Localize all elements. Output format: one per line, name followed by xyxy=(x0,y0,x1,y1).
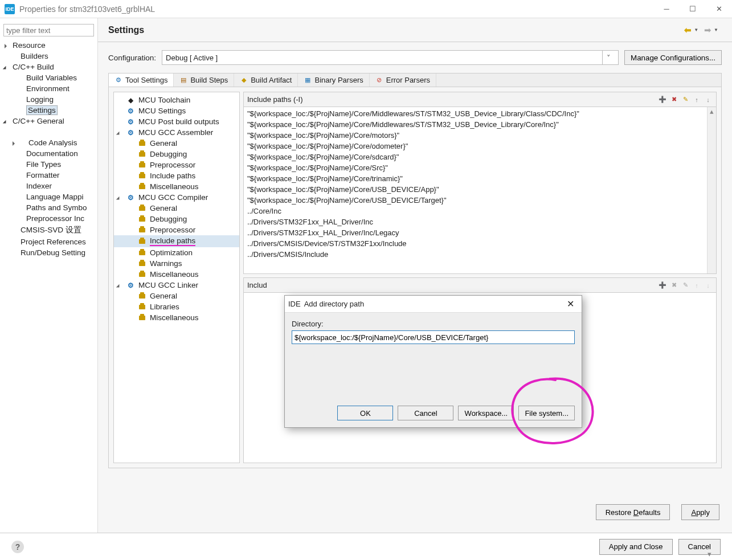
nav-resource[interactable]: Resource xyxy=(0,40,97,51)
nav-cc-build[interactable]: C/C++ Build xyxy=(0,62,97,72)
tree-asm-include-paths[interactable]: Include paths xyxy=(114,170,239,181)
tree-asm-general[interactable]: General xyxy=(114,138,239,149)
nav-language-mappings[interactable]: Language Mappi xyxy=(0,191,97,202)
tree-asm-preprocessor[interactable]: Preprocessor xyxy=(114,160,239,170)
nav-back-button[interactable]: ⬅ xyxy=(683,25,693,35)
nav-documentation[interactable]: Documentation xyxy=(0,148,97,159)
nav-forward-button[interactable]: ➡ xyxy=(703,25,713,35)
gear-icon: ⚙ xyxy=(126,117,135,126)
tree-gcc-assembler[interactable]: ⚙MCU GCC Assembler xyxy=(114,127,239,138)
configuration-select[interactable]: Debug [ Active ] ˅ xyxy=(162,50,619,65)
dialog-workspace-button[interactable]: Workspace... xyxy=(458,406,514,420)
nav-cmsis-svd[interactable]: CMSIS-SVD 设置 xyxy=(0,224,97,236)
tool-settings-tree[interactable]: ◆MCU Toolchain ⚙MCU Settings ⚙MCU Post b… xyxy=(113,92,240,463)
tree-gcc-compiler[interactable]: ⚙MCU GCC Compiler xyxy=(114,192,239,203)
tab-error-parsers[interactable]: ⊘Error Parsers xyxy=(370,73,436,87)
edit-icon[interactable]: ✎ xyxy=(681,95,690,104)
tree-comp-debugging[interactable]: Debugging xyxy=(114,214,239,224)
apply-button[interactable]: Apply xyxy=(681,504,719,520)
minimize-button[interactable]: ─ xyxy=(653,0,680,18)
manage-configurations-button[interactable]: Manage Configurations... xyxy=(624,50,722,65)
binary-icon: ▦ xyxy=(304,76,312,84)
directory-input[interactable] xyxy=(292,330,575,344)
list-item[interactable]: "${workspace_loc:/${ProjName}/Core/USB_D… xyxy=(247,184,704,195)
tab-build-steps[interactable]: ▤Build Steps xyxy=(174,73,234,87)
delete-icon[interactable]: ✖ xyxy=(669,95,678,104)
add-icon[interactable]: ➕ xyxy=(658,281,667,290)
dialog-ok-button[interactable]: OK xyxy=(337,406,393,420)
tree-mcu-post-build[interactable]: ⚙MCU Post build outputs xyxy=(114,116,239,127)
nav-cc-general[interactable]: C/C++ General xyxy=(0,116,97,126)
nav-back-dropdown[interactable]: ▼ xyxy=(694,27,698,32)
tab-build-artifact[interactable]: ◆Build Artifact xyxy=(234,73,298,87)
configuration-value: Debug [ Active ] xyxy=(166,54,218,62)
nav-settings[interactable]: Settings xyxy=(0,105,97,116)
nav-build-variables[interactable]: Build Variables xyxy=(0,72,97,83)
dialog-close-button[interactable]: ✕ xyxy=(559,299,582,309)
tree-mcu-toolchain[interactable]: ◆MCU Toolchain xyxy=(114,95,239,105)
restore-defaults-button[interactable]: Restore Defaults xyxy=(596,504,670,520)
tab-binary-parsers[interactable]: ▦Binary Parsers xyxy=(298,73,369,87)
tree-asm-misc[interactable]: Miscellaneous xyxy=(114,181,239,192)
nav-formatter[interactable]: Formatter xyxy=(0,170,97,181)
tree-comp-general[interactable]: General xyxy=(114,203,239,214)
tree-link-misc[interactable]: Miscellaneous xyxy=(114,312,239,323)
tree-link-libraries[interactable]: Libraries xyxy=(114,301,239,312)
edit-icon: ✎ xyxy=(681,281,690,290)
add-directory-dialog: IDE Add directory path ✕ Directory: OK C… xyxy=(284,295,582,428)
tab-tool-settings[interactable]: ⚙Tool Settings xyxy=(109,73,174,87)
list-item[interactable]: ../Drivers/CMSIS/Device/ST/STM32F1xx/Inc… xyxy=(247,238,704,249)
nav-file-types[interactable]: File Types xyxy=(0,159,97,170)
nav-forward-dropdown[interactable]: ▼ xyxy=(714,27,718,32)
close-button[interactable]: ✕ xyxy=(706,0,732,18)
list-item[interactable]: "${workspace_loc:/${ProjName}/Core/odome… xyxy=(247,141,704,152)
include-paths-list[interactable]: "${workspace_loc:/${ProjName}/Core/Middl… xyxy=(244,107,707,273)
list-item[interactable]: ../Drivers/STM32F1xx_HAL_Driver/Inc/Lega… xyxy=(247,227,704,238)
nav-builders[interactable]: Builders xyxy=(0,51,97,62)
add-icon[interactable]: ➕ xyxy=(658,95,667,104)
gear-icon: ⚙ xyxy=(126,107,135,115)
list-item[interactable]: "${workspace_loc:/${ProjName}/Core/sdcar… xyxy=(247,152,704,162)
list-item[interactable]: "${workspace_loc:/${ProjName}/Core/Middl… xyxy=(247,119,704,130)
tree-comp-misc[interactable]: Miscellaneous xyxy=(114,269,239,280)
dialog-cancel-button[interactable]: Cancel xyxy=(398,406,453,420)
nav-code-analysis[interactable]: Code Analysis xyxy=(0,137,97,148)
dialog-footer: ? Apply and Close Cancel xyxy=(0,533,732,560)
folder-icon xyxy=(139,206,145,211)
gear-icon: ⚙ xyxy=(126,281,135,289)
tree-link-general[interactable]: General xyxy=(114,291,239,301)
list-item[interactable]: "${workspace_loc:/${ProjName}/Core/trina… xyxy=(247,173,704,184)
tree-asm-debugging[interactable]: Debugging xyxy=(114,149,239,160)
tree-comp-warnings[interactable]: Warnings xyxy=(114,258,239,269)
tree-comp-include-paths[interactable]: Include paths xyxy=(114,235,239,247)
list-item[interactable]: "${workspace_loc:/${ProjName}/Core/Src}" xyxy=(247,162,704,173)
nav-environment[interactable]: Environment xyxy=(0,83,97,94)
nav-project-references[interactable]: Project References xyxy=(0,236,97,247)
list-item[interactable]: ../Drivers/CMSIS/Include xyxy=(247,249,704,260)
maximize-button[interactable]: ☐ xyxy=(680,0,706,18)
help-icon[interactable]: ? xyxy=(11,541,24,553)
nav-paths-symbols[interactable]: Paths and Symbo xyxy=(0,202,97,213)
tree-mcu-settings[interactable]: ⚙MCU Settings xyxy=(114,105,239,116)
apply-close-button[interactable]: Apply and Close xyxy=(599,539,673,555)
dialog-filesystem-button[interactable]: File system... xyxy=(518,406,575,420)
list-item[interactable]: "${workspace_loc:/${ProjName}/Core/USB_D… xyxy=(247,195,704,206)
nav-run-debug[interactable]: Run/Debug Setting xyxy=(0,247,97,258)
list-item[interactable]: "${workspace_loc:/${ProjName}/Core/motor… xyxy=(247,130,704,141)
tree-comp-optimization[interactable]: Optimization xyxy=(114,247,239,258)
nav-panel: Resource Builders C/C++ Build Build Vari… xyxy=(0,18,98,533)
tree-comp-preprocessor[interactable]: Preprocessor xyxy=(114,224,239,235)
nav-preprocessor-include[interactable]: Preprocessor Inc xyxy=(0,213,97,224)
list-item[interactable]: ../Drivers/STM32F1xx_HAL_Driver/Inc xyxy=(247,216,704,227)
cancel-button[interactable]: Cancel xyxy=(678,539,721,555)
tree-gcc-linker[interactable]: ⚙MCU GCC Linker xyxy=(114,280,239,291)
nav-indexer[interactable]: Indexer xyxy=(0,181,97,191)
nav-logging[interactable]: Logging xyxy=(0,94,97,105)
dialog-title: Add directory path xyxy=(304,300,559,308)
move-down-icon[interactable]: ↓ xyxy=(704,95,713,104)
list-item[interactable]: "${workspace_loc:/${ProjName}/Core/Middl… xyxy=(247,108,704,119)
scrollbar[interactable]: ▴▾ xyxy=(707,107,716,273)
list-item[interactable]: ../Core/Inc xyxy=(247,206,704,216)
filter-input[interactable] xyxy=(3,24,94,36)
move-up-icon[interactable]: ↑ xyxy=(692,95,701,104)
